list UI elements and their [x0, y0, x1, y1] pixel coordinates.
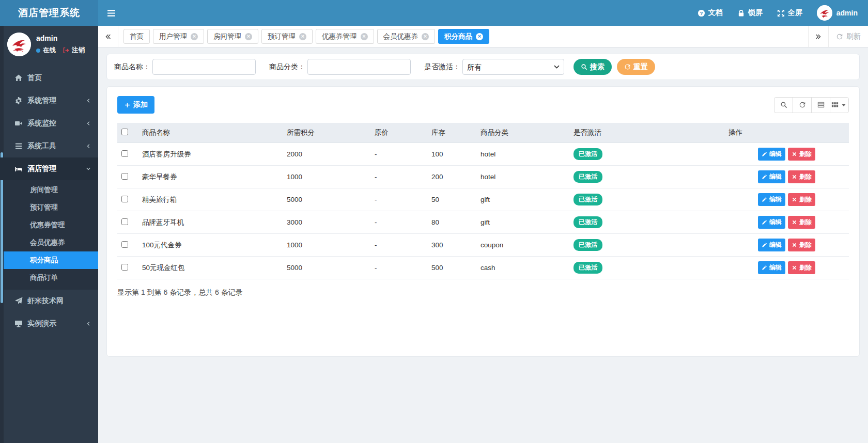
- tab-close-icon[interactable]: ×: [245, 33, 252, 40]
- sidebar-subitem[interactable]: 预订管理: [0, 199, 98, 216]
- docs-link[interactable]: ? 文档: [698, 8, 723, 18]
- reset-button[interactable]: 重置: [617, 59, 655, 75]
- cell-stock: 50: [427, 188, 476, 211]
- sidebar-item-system-admin[interactable]: 系统管理: [0, 89, 98, 112]
- tab-item[interactable]: 用户管理×: [153, 29, 204, 44]
- tab-close-icon[interactable]: ×: [476, 33, 483, 40]
- sidebar-item-home[interactable]: 首页: [0, 67, 98, 89]
- edit-button[interactable]: 编辑: [758, 193, 785, 206]
- chevron-left-icon: [85, 143, 91, 149]
- name-filter-input[interactable]: [152, 59, 256, 75]
- tab-item[interactable]: 优惠券管理×: [316, 29, 374, 44]
- row-checkbox[interactable]: [121, 218, 128, 225]
- refresh-icon: [836, 33, 843, 40]
- table-row: 精美旅行箱5000-50gift已激活编辑删除: [117, 188, 849, 211]
- tab-close-icon[interactable]: ×: [191, 33, 198, 40]
- app-logo[interactable]: 酒店管理系统: [0, 0, 98, 26]
- refresh-tab-button[interactable]: 刷新: [828, 26, 868, 47]
- sidebar-toggle-button[interactable]: [98, 0, 124, 26]
- chevron-left-icon: [85, 321, 91, 327]
- logout-icon: [63, 47, 69, 54]
- sidebar-subitem[interactable]: 积分商品: [0, 251, 98, 269]
- row-checkbox[interactable]: [121, 196, 128, 202]
- tab-item[interactable]: 积分商品×: [438, 29, 489, 44]
- delete-button[interactable]: 删除: [788, 148, 815, 161]
- app-window: 酒店管理系统 ? 文档 锁屏: [0, 0, 868, 443]
- active-filter-select[interactable]: 所有: [462, 59, 564, 75]
- tab-close-icon[interactable]: ×: [422, 33, 429, 40]
- columns-button[interactable]: [830, 97, 849, 113]
- lock-screen-link[interactable]: 锁屏: [737, 8, 763, 18]
- edit-button[interactable]: 编辑: [758, 239, 785, 251]
- sidebar-subitem[interactable]: 会员优惠券: [0, 234, 98, 251]
- delete-button[interactable]: 删除: [788, 193, 815, 206]
- tabs-scroll-right-button[interactable]: [808, 26, 828, 47]
- fullscreen-icon: [777, 9, 785, 17]
- cell-actions: 编辑删除: [724, 234, 849, 257]
- tab-close-icon[interactable]: ×: [299, 33, 306, 40]
- add-button[interactable]: 添加: [117, 96, 154, 114]
- refresh-label: 刷新: [846, 32, 861, 41]
- row-checkbox[interactable]: [121, 173, 128, 180]
- edit-button[interactable]: 编辑: [758, 170, 785, 183]
- tabs-scroll-left-button[interactable]: [98, 26, 118, 47]
- delete-button[interactable]: 删除: [788, 239, 815, 251]
- delete-button[interactable]: 删除: [788, 216, 815, 229]
- cell-actions: 编辑删除: [724, 143, 849, 166]
- column-header: 原价: [370, 123, 427, 143]
- cell-points: 2000: [283, 143, 370, 166]
- logout-link[interactable]: 注销: [72, 46, 85, 55]
- sidebar-subitem[interactable]: 优惠券管理: [0, 216, 98, 234]
- tab-item[interactable]: 房间管理×: [207, 29, 258, 44]
- row-checkbox[interactable]: [121, 241, 128, 248]
- tab-item[interactable]: 预订管理×: [261, 29, 313, 44]
- tab-label: 首页: [130, 32, 144, 41]
- cell-actions: 编辑删除: [724, 188, 849, 211]
- toggle-search-button[interactable]: [774, 97, 793, 113]
- category-filter-input[interactable]: [307, 59, 411, 75]
- fullscreen-link[interactable]: 全屏: [777, 8, 802, 18]
- search-button[interactable]: 搜索: [574, 59, 612, 75]
- search-icon: [780, 101, 787, 108]
- cell-original-price: -: [370, 166, 427, 188]
- refresh-icon: [799, 101, 806, 108]
- edit-button[interactable]: 编辑: [758, 216, 785, 229]
- x-icon: [792, 242, 797, 248]
- tab-item[interactable]: 会员优惠券×: [377, 29, 436, 44]
- cell-product-name: 精美旅行箱: [138, 188, 283, 211]
- sidebar-item-xiami-tech[interactable]: 虾米技术网: [0, 290, 98, 312]
- chevron-left-icon: [85, 98, 91, 104]
- edit-button[interactable]: 编辑: [758, 148, 785, 161]
- status-badge: 已激活: [574, 171, 602, 183]
- toggle-view-button[interactable]: [811, 97, 830, 113]
- main-header: 酒店管理系统 ? 文档 锁屏: [0, 0, 868, 26]
- select-all-checkbox[interactable]: [121, 129, 128, 135]
- table-body: 酒店客房升级券2000-100hotel已激活编辑删除豪华早餐券1000-200…: [117, 143, 849, 279]
- navbar-username: admin: [836, 9, 858, 17]
- sidebar-item-system-tools[interactable]: 系统工具: [0, 135, 98, 157]
- paper-plane-icon: [14, 297, 23, 305]
- sidebar-item-system-monitor[interactable]: 系统监控: [0, 112, 98, 135]
- products-table: 商品名称所需积分原价库存商品分类是否激活操作 酒店客房升级券2000-100ho…: [117, 123, 849, 279]
- sidebar-item-demo[interactable]: 实例演示: [0, 312, 98, 335]
- content-area: 首页用户管理×房间管理×预订管理×优惠券管理×会员优惠券×积分商品× 刷新 商品…: [98, 26, 868, 443]
- cell-original-price: -: [370, 234, 427, 257]
- cell-actions: 编辑删除: [724, 166, 849, 188]
- user-menu[interactable]: admin: [817, 5, 858, 21]
- edit-button[interactable]: 编辑: [758, 261, 785, 274]
- row-checkbox[interactable]: [121, 264, 128, 271]
- delete-button[interactable]: 删除: [788, 261, 815, 274]
- avatar: [817, 5, 832, 21]
- delete-button[interactable]: 删除: [788, 170, 815, 183]
- table-toolbar: [774, 97, 849, 113]
- row-checkbox[interactable]: [121, 150, 128, 157]
- sidebar-subitem[interactable]: 商品订单: [0, 269, 98, 287]
- sidebar-subitem[interactable]: 房间管理: [0, 181, 98, 199]
- refresh-table-button[interactable]: [793, 97, 812, 113]
- tab-item[interactable]: 首页: [123, 29, 150, 44]
- cell-category: gift: [476, 188, 569, 211]
- sidebar-item-hotel-admin[interactable]: 酒店管理: [0, 157, 98, 180]
- tab-close-icon[interactable]: ×: [361, 33, 368, 40]
- tab-label: 会员优惠券: [383, 32, 419, 41]
- column-header: 商品名称: [138, 123, 283, 143]
